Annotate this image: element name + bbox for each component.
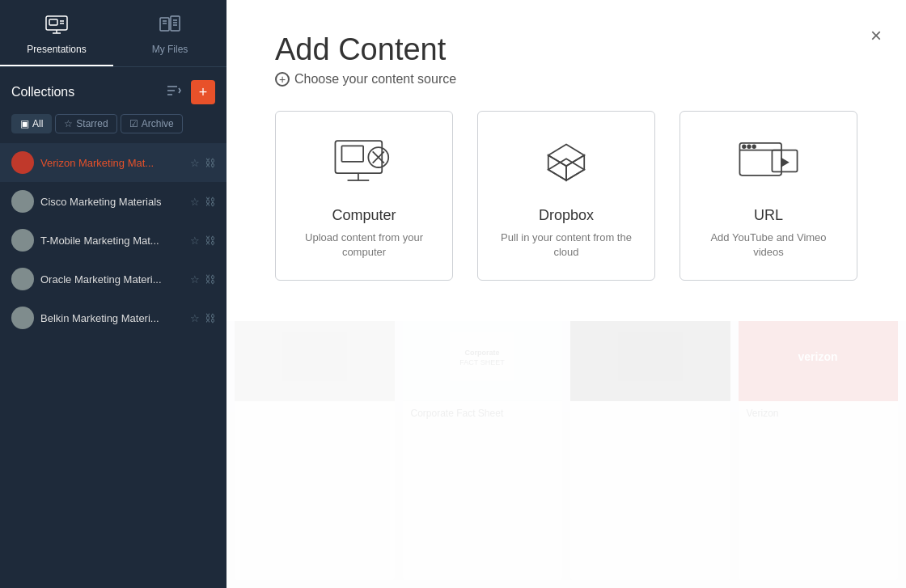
close-button[interactable]: × bbox=[870, 24, 882, 47]
filter-tab-starred[interactable]: ☆ Starred bbox=[55, 114, 116, 133]
link-icon-tmobile[interactable]: ⛓ bbox=[205, 235, 215, 247]
modal-panel: × Add Content + Choose your content sour… bbox=[226, 0, 906, 321]
link-icon-verizon[interactable]: ⛓ bbox=[205, 157, 215, 169]
source-card-computer[interactable]: Computer Upload content from your comput… bbox=[275, 111, 453, 281]
star-icon-belkin[interactable]: ☆ bbox=[190, 312, 200, 324]
collection-avatar-belkin bbox=[11, 307, 34, 329]
star-icon-verizon[interactable]: ☆ bbox=[190, 157, 200, 169]
sort-button[interactable] bbox=[163, 82, 184, 103]
collection-name-verizon: Verizon Marketing Mat... bbox=[40, 157, 184, 169]
presentations-icon bbox=[44, 15, 69, 39]
svg-rect-42 bbox=[739, 143, 781, 176]
svg-rect-3 bbox=[49, 19, 57, 25]
filter-tab-archive[interactable]: ☑ Archive bbox=[121, 114, 183, 133]
star-icon-oracle[interactable]: ☆ bbox=[190, 273, 200, 286]
source-card-url[interactable]: URL Add YouTube and Vimeo videos bbox=[680, 111, 857, 281]
modal-subtitle: + Choose your content source bbox=[275, 72, 857, 87]
svg-rect-34 bbox=[341, 146, 363, 162]
collection-avatar-oracle bbox=[11, 268, 34, 290]
collection-item-tmobile[interactable]: T-Mobile Marketing Mat...☆⛓ bbox=[0, 221, 226, 260]
url-card-desc: Add YouTube and Vimeo videos bbox=[696, 231, 840, 260]
computer-card-title: Computer bbox=[332, 207, 396, 224]
svg-rect-6 bbox=[160, 18, 169, 31]
add-collection-button[interactable]: + bbox=[191, 80, 215, 104]
svg-point-44 bbox=[743, 145, 746, 148]
sidebar-nav: Presentations My Files bbox=[0, 0, 226, 67]
myfiles-label: My Files bbox=[152, 44, 188, 55]
url-card-title: URL bbox=[754, 207, 783, 224]
computer-card-desc: Upload content from your computer bbox=[292, 231, 436, 260]
collection-avatar-cisco bbox=[11, 190, 34, 213]
collection-item-oracle[interactable]: Oracle Marketing Materi...☆⛓ bbox=[0, 260, 226, 298]
url-icon bbox=[736, 136, 801, 192]
star-icon: ☆ bbox=[64, 118, 73, 129]
modal-overlay: × Add Content + Choose your content sour… bbox=[226, 0, 906, 588]
collection-actions-tmobile: ☆⛓ bbox=[190, 235, 215, 247]
dropbox-card-desc: Pull in your content from the cloud bbox=[494, 231, 638, 260]
modal-title: Add Content bbox=[275, 32, 857, 67]
collection-name-belkin: Belkin Marketing Materi... bbox=[40, 312, 184, 324]
computer-icon bbox=[332, 136, 396, 192]
svg-point-45 bbox=[747, 145, 751, 148]
filter-tab-all[interactable]: ▣ All bbox=[11, 114, 52, 133]
collection-actions-verizon: ☆⛓ bbox=[190, 157, 215, 169]
archive-icon: ☑ bbox=[129, 118, 138, 129]
collection-item-verizon[interactable]: Verizon Marketing Mat...☆⛓ bbox=[0, 143, 226, 182]
svg-point-46 bbox=[752, 145, 756, 148]
svg-rect-7 bbox=[171, 16, 180, 31]
presentations-label: Presentations bbox=[27, 44, 86, 55]
plus-circle-icon: + bbox=[275, 72, 290, 87]
collection-item-cisco[interactable]: Cisco Marketing Materials☆⛓ bbox=[0, 182, 226, 221]
collection-name-tmobile: T-Mobile Marketing Mat... bbox=[40, 235, 184, 247]
source-cards-container: Computer Upload content from your comput… bbox=[275, 111, 857, 281]
link-icon-oracle[interactable]: ⛓ bbox=[205, 273, 215, 286]
collection-name-oracle: Oracle Marketing Materi... bbox=[40, 273, 184, 286]
collection-name-cisco: Cisco Marketing Materials bbox=[40, 196, 184, 208]
link-icon-cisco[interactable]: ⛓ bbox=[205, 196, 215, 208]
myfiles-icon bbox=[159, 15, 181, 39]
sidebar-item-presentations[interactable]: Presentations bbox=[0, 0, 113, 66]
link-icon-belkin[interactable]: ⛓ bbox=[205, 312, 215, 324]
svg-marker-48 bbox=[781, 158, 790, 167]
dropbox-icon bbox=[534, 136, 599, 192]
collection-list: Verizon Marketing Mat...☆⛓Cisco Marketin… bbox=[0, 143, 226, 588]
folder-icon: ▣ bbox=[20, 118, 29, 129]
main-area: Empowering Success with the Uploaded 07/… bbox=[226, 0, 906, 588]
collection-actions-cisco: ☆⛓ bbox=[190, 196, 215, 208]
star-icon-tmobile[interactable]: ☆ bbox=[190, 235, 200, 247]
filter-tabs: ▣ All ☆ Starred ☑ Archive bbox=[0, 114, 226, 143]
collection-avatar-verizon bbox=[11, 151, 34, 174]
star-icon-cisco[interactable]: ☆ bbox=[190, 196, 200, 208]
dropbox-card-title: Dropbox bbox=[539, 207, 594, 224]
svg-marker-38 bbox=[548, 145, 584, 167]
collections-actions: + bbox=[163, 80, 215, 104]
collection-actions-belkin: ☆⛓ bbox=[190, 312, 215, 324]
collection-avatar-tmobile bbox=[11, 229, 34, 252]
collection-actions-oracle: ☆⛓ bbox=[190, 273, 215, 286]
source-card-dropbox[interactable]: Dropbox Pull in your content from the cl… bbox=[477, 111, 655, 281]
collection-item-belkin[interactable]: Belkin Marketing Materi...☆⛓ bbox=[0, 298, 226, 337]
sidebar: Presentations My Files Collections bbox=[0, 0, 226, 588]
collections-title: Collections bbox=[11, 85, 74, 99]
collections-header: Collections + bbox=[0, 67, 226, 114]
sidebar-item-myfiles[interactable]: My Files bbox=[113, 0, 226, 66]
